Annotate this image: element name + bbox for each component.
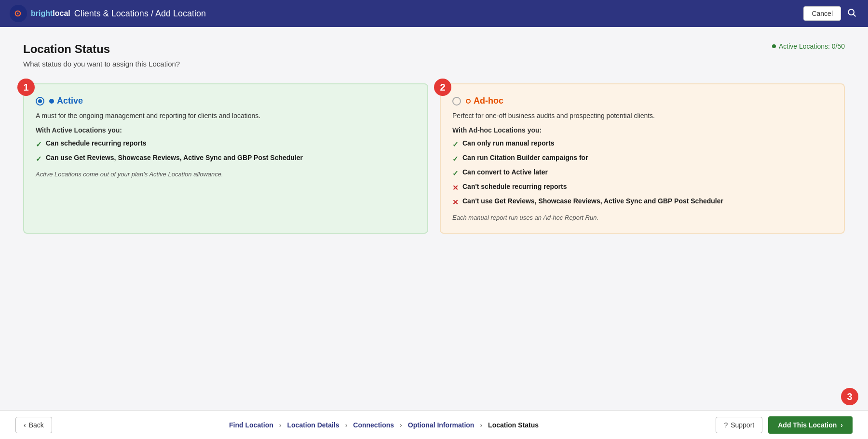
svg-point-2 [848,9,854,15]
main-content: Location Status What status do you want … [0,27,868,410]
adhoc-feature-pos-3: ✓ Can convert to Active later [452,168,832,178]
adhoc-card-note: Each manual report run uses an Ad-hoc Re… [452,214,832,221]
footer: ‹ Back Find Location › Location Details … [0,410,868,439]
search-icon [847,8,856,17]
nav-step-location-details[interactable]: Location Details [287,421,339,429]
cards-row: 1 Active A must for the ongoing manageme… [23,83,845,234]
back-button[interactable]: ‹ Back [15,417,52,433]
active-card-title: Active [49,96,83,106]
check-icon: ✓ [36,139,42,149]
active-card[interactable]: 1 Active A must for the ongoing manageme… [23,83,428,234]
cancel-button[interactable]: Cancel [803,6,841,21]
add-location-button[interactable]: Add This Location › [768,416,853,434]
active-locations-badge: Active Locations: 0/50 [772,42,845,50]
adhoc-card-title: Ad-hoc [466,96,503,106]
page-title: Location Status [23,42,180,56]
check-icon: ✓ [452,168,459,178]
active-locations-label: Active Locations: 0/50 [779,42,845,50]
active-card-header: Active [36,96,416,106]
nav-step-find-location[interactable]: Find Location [229,421,273,429]
adhoc-with-label: With Ad-hoc Locations you: [452,126,832,134]
active-features-list: ✓ Can schedule recurring reports ✓ Can u… [36,139,416,164]
logo-icon: ⊙ [10,5,27,22]
adhoc-card-description: Perfect for one-off business audits and … [452,112,832,120]
nav-chevron-1: › [279,421,282,429]
adhoc-card[interactable]: 2 Ad-hoc Perfect for one-off business au… [440,83,845,234]
nav-step-connections[interactable]: Connections [353,421,394,429]
svg-text:⊙: ⊙ [14,9,21,18]
active-with-label: With Active Locations you: [36,126,416,134]
nav-chevron-4: › [480,421,482,429]
search-icon-button[interactable] [845,6,858,22]
logo-text: brightlocal [31,9,70,18]
page-subtitle: What status do you want to assign this L… [23,60,180,68]
active-feature-1: ✓ Can schedule recurring reports [36,139,416,149]
adhoc-card-header: Ad-hoc [452,96,832,106]
adhoc-feature-pos-1: ✓ Can only run manual reports [452,139,832,149]
step-badge-2: 2 [434,79,451,96]
nav-step-optional-info[interactable]: Optional Information [408,421,475,429]
breadcrumb: Clients & Locations / Add Location [74,9,206,19]
nav-chevron-2: › [345,421,348,429]
chevron-right-icon: › [841,421,843,429]
footer-right: ? Support Add This Location › [716,416,853,434]
active-status-dot [49,99,54,104]
adhoc-feature-neg-1: ✕ Can't schedule recurring reports [452,182,832,193]
check-icon: ✓ [452,139,459,149]
back-chevron-icon: ‹ [24,421,26,429]
check-icon: ✓ [452,154,459,164]
active-card-note: Active Locations come out of your plan's… [36,171,416,178]
active-dot [772,44,776,48]
question-icon: ? [724,421,728,429]
header: ⊙ brightlocal Clients & Locations / Add … [0,0,868,27]
cross-icon: ✕ [452,197,459,207]
step-badge-3: 3 [841,388,858,405]
logo: ⊙ brightlocal [10,5,70,22]
nav-chevron-3: › [400,421,402,429]
cross-icon: ✕ [452,183,459,193]
adhoc-feature-pos-2: ✓ Can run Citation Builder campaigns for [452,153,832,164]
adhoc-status-dot [466,99,471,104]
step-badge-1: 1 [17,79,35,96]
active-radio[interactable] [36,97,44,106]
active-card-description: A must for the ongoing management and re… [36,112,416,120]
svg-line-3 [854,14,856,16]
adhoc-features-list: ✓ Can only run manual reports ✓ Can run … [452,139,832,207]
check-icon: ✓ [36,154,42,164]
adhoc-radio[interactable] [452,97,461,106]
footer-nav: Find Location › Location Details › Conne… [52,421,716,429]
adhoc-feature-neg-2: ✕ Can't use Get Reviews, Showcase Review… [452,197,832,207]
nav-step-location-status[interactable]: Location Status [488,421,539,429]
support-button[interactable]: ? Support [716,417,762,433]
active-feature-2: ✓ Can use Get Reviews, Showcase Reviews,… [36,153,416,164]
